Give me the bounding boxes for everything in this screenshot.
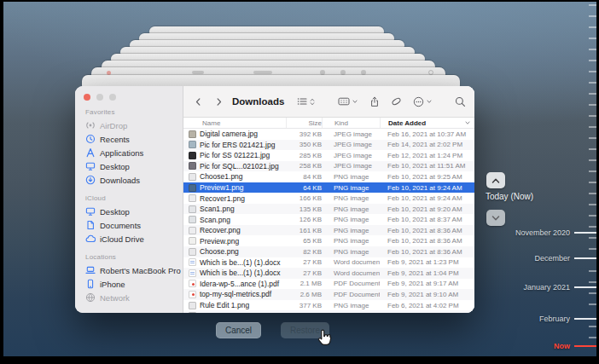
timeline-tick[interactable] — [589, 126, 596, 128]
timeline-tick-december[interactable] — [574, 257, 596, 259]
file-date-added: Feb 12, 2021 at 1:24 PM — [380, 152, 474, 159]
timeline-tick[interactable] — [589, 159, 596, 161]
search-icon[interactable] — [455, 96, 466, 107]
timeline-tick[interactable] — [589, 204, 596, 205]
file-date-added: Feb 10, 2021 at 11:51 AM — [380, 162, 474, 170]
timeline-label[interactable]: Now — [554, 342, 570, 350]
timeline-tick[interactable] — [589, 237, 596, 239]
timeline-tick-february[interactable] — [574, 318, 596, 320]
sidebar-item-iphone[interactable]: iPhone — [84, 277, 183, 291]
column-header-date-added[interactable]: Date Added — [380, 118, 474, 128]
table-row[interactable]: Choose1.png84 KBPNG imageFeb 10, 2021 at… — [183, 171, 474, 182]
timeline-tick[interactable] — [589, 93, 596, 95]
column-header-kind[interactable]: Kind — [322, 118, 380, 128]
table-row[interactable]: Scan1.png135 KBPNG imageFeb 10, 2021 at … — [183, 204, 474, 215]
column-header-name[interactable]: Name — [183, 118, 286, 128]
timeline-label[interactable]: February — [539, 315, 570, 323]
minimize-button[interactable] — [96, 94, 103, 101]
image-file-icon — [189, 237, 196, 245]
timeline-tick-january-2021[interactable] — [574, 286, 596, 288]
file-name: Choose.png — [200, 247, 239, 256]
column-header-size[interactable]: Size — [286, 118, 322, 128]
table-row[interactable]: Preview1.png64 KBPNG imageFeb 10, 2021 a… — [183, 182, 474, 194]
sidebar-item-airdrop[interactable]: AirDrop — [84, 118, 183, 132]
timeline-tick[interactable] — [589, 182, 596, 183]
sidebar-item-robert-s-macbook-pro[interactable]: Robert's MacBook Pro — [84, 263, 183, 277]
table-row[interactable]: Idera-wp-5...ance (1).pdf2.1 MBPDF Docum… — [183, 279, 474, 290]
sort-direction-icon[interactable] — [464, 119, 471, 128]
timeline-tick[interactable] — [589, 104, 596, 106]
sidebar-item-desktop[interactable]: Desktop — [84, 159, 183, 173]
sidebar-item-applications[interactable]: Applications — [84, 146, 183, 159]
file-name: Pic for ERS 021421.jpg — [200, 141, 275, 149]
sidebar-item-network[interactable]: Network — [84, 291, 183, 304]
tag-icon[interactable] — [391, 96, 402, 107]
sidebar-item-downloads[interactable]: Downloads — [84, 173, 183, 187]
timeline-label[interactable]: December — [534, 254, 570, 263]
timeline-tick[interactable] — [589, 137, 596, 139]
sidebar-item-icloud-drive[interactable]: iCloud Drive — [84, 232, 183, 246]
timeline-tick[interactable] — [589, 248, 596, 250]
close-button[interactable] — [84, 94, 90, 101]
table-row[interactable]: Pic for SS 021221.jpg285 KBJPEG imageFeb… — [183, 150, 474, 161]
table-row[interactable]: Digital camera.jpg392 KBJPEG imageFeb 16… — [183, 129, 474, 140]
table-row[interactable]: Choose.png82 KBPNG imageFeb 10, 2021 at … — [183, 246, 474, 257]
table-row[interactable]: Preview.png65 KBPNG imageFeb 10, 2021 at… — [183, 235, 474, 246]
timeline-tick[interactable] — [589, 38, 596, 39]
sidebar-item-recents[interactable]: Recents — [84, 132, 183, 146]
image-file-icon — [189, 152, 196, 159]
forward-icon[interactable] — [214, 96, 224, 107]
timeline-tick[interactable] — [589, 226, 596, 228]
table-row[interactable]: Recover1.png166 KBPNG imageFeb 10, 2021 … — [183, 193, 474, 204]
more-actions-icon[interactable] — [413, 96, 433, 107]
timeline-tick[interactable] — [589, 4, 596, 6]
list-view-icon[interactable] — [297, 96, 316, 107]
downloads-icon — [85, 175, 96, 185]
timeline-tick[interactable] — [589, 281, 596, 283]
back-icon[interactable] — [194, 96, 203, 107]
table-row[interactable]: Which is be...(1) (1).docx27 KBWord docu… — [183, 257, 474, 269]
table-row[interactable]: Scan.png126 KBPNG imageFeb 10, 2021 at 8… — [183, 214, 474, 225]
group-view-icon[interactable] — [338, 96, 358, 107]
timeline-back-button[interactable] — [486, 172, 505, 188]
timeline-tick[interactable] — [589, 115, 596, 117]
timeline-tick[interactable] — [589, 270, 596, 272]
timeline-tick-now[interactable] — [574, 345, 596, 347]
timeline-tick[interactable] — [589, 26, 596, 28]
timeline-tick[interactable] — [589, 170, 596, 172]
timeline-tick[interactable] — [589, 292, 596, 294]
share-icon[interactable] — [369, 96, 380, 107]
timeline-tick[interactable] — [589, 215, 596, 217]
table-row[interactable]: Recover.png161 KBPNG imageFeb 10, 2021 a… — [183, 225, 474, 236]
timeline-tick[interactable] — [589, 82, 596, 84]
sidebar-item-documents[interactable]: Documents — [84, 218, 183, 232]
timeline-tick[interactable] — [589, 49, 596, 50]
file-size: 161 KB — [286, 227, 322, 234]
table-row[interactable]: Pic for SQL...021021.jpg258 KBJPEG image… — [183, 161, 474, 172]
zoom-button[interactable] — [109, 94, 116, 101]
file-kind: PDF Document — [322, 291, 380, 298]
file-size: 27 KB — [286, 269, 322, 277]
timeline-label[interactable]: January 2021 — [523, 283, 570, 292]
table-row[interactable]: Which is be...(1) (1).docx27 KBWord docu… — [183, 268, 474, 279]
timeline-label[interactable]: November 2020 — [515, 228, 570, 237]
table-row[interactable]: Rule Edit 1.png377 KBPNG imageFeb 6, 202… — [183, 300, 474, 311]
timeline-tick[interactable] — [589, 193, 596, 194]
timeline-tick[interactable] — [589, 326, 596, 327]
timeline-tick[interactable] — [589, 60, 596, 61]
timeline-tick[interactable] — [589, 148, 596, 150]
timeline-forward-button[interactable] — [486, 210, 505, 226]
sidebar-item-desktop[interactable]: Desktop — [84, 205, 183, 218]
timeline-tick[interactable] — [589, 303, 596, 305]
file-size: 125 KB — [286, 312, 322, 313]
timeline-tick-november-2020[interactable] — [574, 232, 596, 234]
restore-button[interactable]: Restore — [281, 322, 329, 338]
table-row[interactable]: top-my-sql-metrics.pdf2.6 MBPDF Document… — [183, 289, 474, 300]
applications-icon — [85, 147, 96, 158]
timeline-tick[interactable] — [589, 15, 596, 17]
timeline-tick[interactable] — [589, 71, 596, 72]
timeline-tick[interactable] — [589, 337, 596, 338]
table-row[interactable]: Pic for ERS 021421.jpg350 KBJPEG imageFe… — [183, 140, 474, 151]
table-row[interactable]: Move Rule 2.png125 KBPNG imageFeb 6, 202… — [183, 310, 474, 313]
cancel-button[interactable]: Cancel — [216, 322, 261, 338]
